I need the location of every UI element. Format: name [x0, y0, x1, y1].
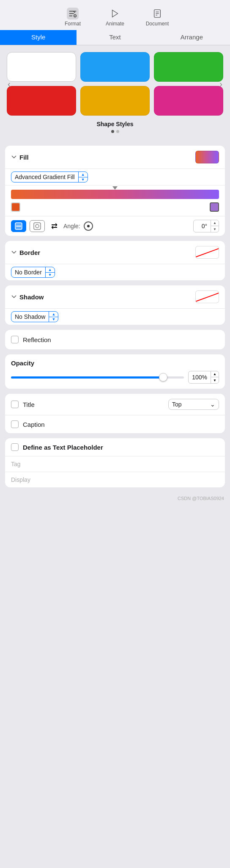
angle-steppers: ▲ ▼: [211, 220, 219, 232]
define-row: Define as Text Placeholder: [5, 438, 225, 456]
border-stepper-up[interactable]: ▲: [46, 267, 55, 273]
shape-styles-wrapper: ‹ ›: [7, 52, 223, 116]
define-checkbox[interactable]: [11, 443, 19, 451]
page-dots: [7, 130, 223, 133]
toolbar: Format Animate Document: [0, 0, 230, 30]
reflection-checkbox[interactable]: [11, 336, 19, 343]
gradient-stop-orange[interactable]: [11, 202, 20, 212]
shape-styles-prev-button[interactable]: ‹: [8, 79, 11, 89]
title-row: Title Top ⌄: [5, 394, 225, 415]
reflection-row: Reflection: [5, 330, 225, 349]
angle-down-button[interactable]: ▼: [211, 226, 219, 232]
shape-swatch-blue[interactable]: [80, 52, 150, 82]
shadow-color-preview[interactable]: [195, 290, 219, 303]
shadow-dropdown-row: No Shadow ▲ ▼: [5, 308, 225, 325]
fill-radial-btn[interactable]: [30, 220, 45, 232]
border-stepper-down[interactable]: ▼: [46, 273, 55, 278]
toolbar-format[interactable]: Format: [52, 5, 94, 30]
shadow-stepper-down[interactable]: ▼: [49, 317, 58, 322]
tag-row: Tag: [5, 456, 225, 472]
tab-text[interactable]: Text: [77, 30, 153, 45]
title-position-dropdown[interactable]: Top ⌄: [168, 399, 219, 410]
document-icon: [151, 8, 163, 19]
tag-label: Tag: [11, 461, 21, 467]
toolbar-document[interactable]: Document: [136, 5, 178, 30]
gradient-stop-purple[interactable]: [210, 202, 219, 212]
swap-gradient-button[interactable]: ⇄: [48, 220, 60, 232]
gradient-bar-wrapper: [11, 190, 219, 199]
tab-style[interactable]: Style: [0, 30, 77, 45]
gradient-stops: [11, 202, 219, 212]
fill-stepper-down[interactable]: ▼: [79, 177, 88, 182]
opacity-up-button[interactable]: ▲: [211, 371, 219, 377]
opacity-slider[interactable]: [11, 376, 184, 379]
shadow-stepper-buttons: ▲ ▼: [49, 312, 58, 322]
dot-1[interactable]: [111, 130, 114, 133]
fill-linear-btn[interactable]: [11, 220, 26, 232]
display-label: Display: [11, 476, 30, 483]
toolbar-animate[interactable]: Animate: [94, 5, 136, 30]
dot-2[interactable]: [116, 130, 119, 133]
tab-arrange[interactable]: Arrange: [153, 30, 230, 45]
caption-label: Caption: [23, 421, 45, 428]
shadow-type-dropdown[interactable]: No Shadow ▲ ▼: [11, 311, 58, 322]
angle-label: Angle:: [63, 223, 80, 229]
opacity-thumb[interactable]: [159, 373, 167, 381]
shape-styles-next-button[interactable]: ›: [219, 79, 222, 89]
border-label: Border: [19, 249, 40, 256]
border-section: Border No Border ▲ ▼: [5, 241, 225, 280]
fill-stepper-up[interactable]: ▲: [79, 172, 88, 177]
fill-header: Fill: [5, 146, 225, 169]
angle-value-box: 0° ▲ ▼: [193, 220, 219, 232]
angle-circle[interactable]: [84, 221, 93, 231]
opacity-value-box: 100% ▲ ▼: [188, 371, 219, 384]
border-dropdown-row: No Border ▲ ▼: [5, 264, 225, 280]
angle-up-button[interactable]: ▲: [211, 220, 219, 226]
shape-swatch-pink[interactable]: [154, 86, 223, 116]
toolbar-animate-label: Animate: [106, 21, 124, 27]
shape-swatch-red[interactable]: [7, 86, 76, 116]
opacity-row: 100% ▲ ▼: [11, 371, 219, 384]
shadow-chevron-icon[interactable]: [11, 294, 17, 300]
gradient-top-thumb[interactable]: [112, 186, 118, 191]
shape-swatch-yellow[interactable]: [80, 86, 150, 116]
border-stepper-buttons: ▲ ▼: [45, 267, 55, 277]
opacity-value: 100%: [189, 372, 211, 382]
border-header: Border: [5, 241, 225, 264]
tabs: Style Text Arrange: [0, 30, 230, 45]
fill-color-preview[interactable]: [195, 151, 219, 163]
reflection-label: Reflection: [23, 336, 51, 343]
animate-icon: [109, 8, 121, 19]
caption-row: Caption: [5, 415, 225, 433]
border-type-dropdown[interactable]: No Border ▲ ▼: [11, 267, 55, 278]
format-icon: [67, 8, 79, 19]
fill-section: Fill Advanced Gradient Fill ▲ ▼: [5, 146, 225, 236]
opacity-down-button[interactable]: ▼: [211, 377, 219, 383]
title-label: Title: [23, 401, 35, 408]
title-checkbox[interactable]: [11, 401, 19, 408]
shape-grid: [7, 52, 223, 116]
toolbar-document-label: Document: [146, 21, 169, 27]
shadow-type-text: No Shadow: [11, 312, 49, 322]
shape-swatch-white[interactable]: [7, 52, 76, 82]
shadow-header: Shadow: [5, 285, 225, 308]
svg-marker-1: [112, 10, 118, 17]
shadow-stepper-up[interactable]: ▲: [49, 312, 58, 317]
fill-header-left: Fill: [11, 154, 29, 161]
toolbar-format-label: Format: [65, 21, 81, 27]
opacity-steppers: ▲ ▼: [211, 371, 219, 383]
angle-row: ⇄ Angle: 0° ▲ ▼: [5, 216, 225, 236]
fill-chevron-icon[interactable]: [11, 154, 17, 160]
border-header-left: Border: [11, 249, 40, 256]
border-chevron-icon[interactable]: [11, 249, 17, 255]
gradient-bar[interactable]: [11, 190, 219, 199]
fill-type-dropdown[interactable]: Advanced Gradient Fill ▲ ▼: [11, 171, 88, 182]
tag-input[interactable]: [25, 461, 219, 467]
border-type-text: No Border: [11, 267, 45, 277]
shape-swatch-green[interactable]: [154, 52, 223, 82]
title-position-text: Top: [172, 401, 182, 408]
fill-stepper-buttons: ▲ ▼: [78, 172, 88, 182]
caption-checkbox[interactable]: [11, 420, 19, 428]
border-color-preview[interactable]: [195, 246, 219, 259]
shadow-header-left: Shadow: [11, 293, 44, 301]
